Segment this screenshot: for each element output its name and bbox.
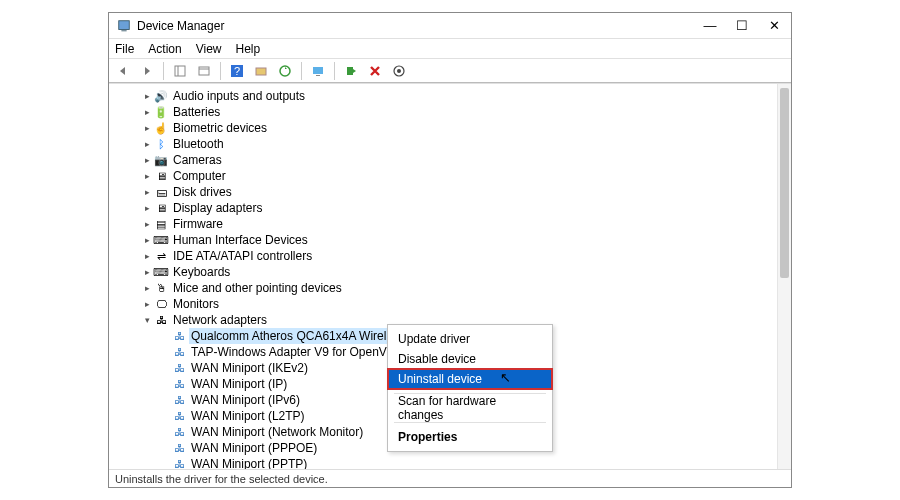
device-category-icon: 🔊 [153, 89, 169, 103]
tree-item-label: Human Interface Devices [171, 232, 310, 248]
tree-item-label: WAN Miniport (Network Monitor) [189, 424, 365, 440]
maximize-button[interactable]: ☐ [735, 19, 749, 33]
svg-rect-11 [316, 75, 320, 76]
window-title: Device Manager [137, 19, 703, 33]
vertical-scrollbar[interactable] [777, 84, 791, 469]
device-category-icon: ⇌ [153, 249, 169, 263]
expand-arrow-icon[interactable]: ▸ [141, 200, 153, 216]
tree-item-label: TAP-Windows Adapter V9 for OpenVPN [189, 344, 406, 360]
show-hide-tree-button[interactable] [170, 61, 190, 81]
svg-rect-4 [199, 67, 209, 75]
svg-point-14 [397, 69, 401, 73]
expand-arrow-icon[interactable]: ▸ [141, 232, 153, 248]
update-driver-toolbar-button[interactable] [275, 61, 295, 81]
expand-arrow-icon[interactable]: ▸ [141, 152, 153, 168]
expand-arrow-icon[interactable]: ▸ [141, 184, 153, 200]
device-category-icon: 🖧 [171, 377, 187, 391]
tree-category[interactable]: ▸🖴Disk drives [113, 184, 791, 200]
device-category-icon: 🖵 [153, 297, 169, 311]
scan-hardware-toolbar-button[interactable] [251, 61, 271, 81]
device-category-icon: 🔋 [153, 105, 169, 119]
tree-category[interactable]: ▸⌨Keyboards [113, 264, 791, 280]
expand-arrow-icon[interactable]: ▸ [141, 88, 153, 104]
tree-category[interactable]: ▸🔊Audio inputs and outputs [113, 88, 791, 104]
expand-arrow-icon[interactable]: ▸ [141, 104, 153, 120]
tree-category[interactable]: ▸⌨Human Interface Devices [113, 232, 791, 248]
tree-item-label: Firmware [171, 216, 225, 232]
context-separator [394, 422, 546, 423]
help-toolbar-button[interactable]: ? [227, 61, 247, 81]
tree-category[interactable]: ▸▤Firmware [113, 216, 791, 232]
svg-text:?: ? [234, 65, 240, 77]
statusbar: Uninstalls the driver for the selected d… [109, 469, 791, 487]
tree-item-label: WAN Miniport (IPv6) [189, 392, 302, 408]
device-category-icon: 🖧 [171, 345, 187, 359]
monitor-toolbar-button[interactable] [308, 61, 328, 81]
tree-category[interactable]: ▸🖵Monitors [113, 296, 791, 312]
tree-category[interactable]: ▸☝Biometric devices [113, 120, 791, 136]
tree-category[interactable]: ▸⇌IDE ATA/ATAPI controllers [113, 248, 791, 264]
expand-arrow-icon[interactable]: ▾ [141, 312, 153, 328]
minimize-button[interactable]: ― [703, 19, 717, 33]
device-category-icon: 🖥 [153, 169, 169, 183]
svg-rect-1 [121, 30, 126, 31]
forward-button[interactable] [137, 61, 157, 81]
device-category-icon: 🖧 [153, 313, 169, 327]
context-disable-device[interactable]: Disable device [388, 349, 552, 369]
menu-view[interactable]: View [196, 42, 222, 56]
back-button[interactable] [113, 61, 133, 81]
tree-category[interactable]: ▸🖥Computer [113, 168, 791, 184]
enable-device-toolbar-button[interactable] [341, 61, 361, 81]
device-category-icon: 🖥 [153, 201, 169, 215]
expand-arrow-icon[interactable]: ▸ [141, 136, 153, 152]
tree-item-label: WAN Miniport (IP) [189, 376, 289, 392]
expand-arrow-icon[interactable]: ▸ [141, 216, 153, 232]
expand-arrow-icon[interactable]: ▸ [141, 248, 153, 264]
device-category-icon: 🖧 [171, 441, 187, 455]
menu-file[interactable]: File [115, 42, 134, 56]
tree-item-label: Computer [171, 168, 228, 184]
menu-action[interactable]: Action [148, 42, 181, 56]
svg-rect-10 [313, 67, 323, 74]
tree-item-label: Keyboards [171, 264, 232, 280]
svg-rect-2 [175, 66, 185, 76]
tree-item-label: Network adapters [171, 312, 269, 328]
device-category-icon: ᛒ [153, 137, 169, 151]
uninstall-device-toolbar-button[interactable] [365, 61, 385, 81]
properties-toolbar-button[interactable] [194, 61, 214, 81]
context-menu: Update driver Disable device Uninstall d… [387, 324, 553, 452]
tree-category[interactable]: ▸🖱Mice and other pointing devices [113, 280, 791, 296]
menubar: File Action View Help [109, 39, 791, 59]
tree-category[interactable]: ▸📷Cameras [113, 152, 791, 168]
tree-item-label: Display adapters [171, 200, 264, 216]
context-update-driver[interactable]: Update driver [388, 329, 552, 349]
context-scan-hardware[interactable]: Scan for hardware changes [388, 398, 552, 418]
tree-item-label: WAN Miniport (PPTP) [189, 456, 309, 469]
expand-arrow-icon[interactable]: ▸ [141, 280, 153, 296]
svg-rect-0 [119, 20, 130, 29]
expand-arrow-icon[interactable]: ▸ [141, 296, 153, 312]
context-uninstall-device[interactable]: Uninstall device [388, 369, 552, 389]
device-category-icon: 🖧 [171, 409, 187, 423]
tree-device[interactable]: 🖧WAN Miniport (PPTP) [113, 456, 791, 469]
device-category-icon: 🖱 [153, 281, 169, 295]
expand-arrow-icon[interactable]: ▸ [141, 120, 153, 136]
menu-help[interactable]: Help [236, 42, 261, 56]
close-button[interactable]: ✕ [767, 19, 781, 33]
titlebar: Device Manager ― ☐ ✕ [109, 13, 791, 39]
scrollbar-thumb[interactable] [780, 88, 789, 278]
toolbar: ? [109, 59, 791, 83]
tree-category[interactable]: ▸ᛒBluetooth [113, 136, 791, 152]
tree-category[interactable]: ▸🖥Display adapters [113, 200, 791, 216]
disable-device-toolbar-button[interactable] [389, 61, 409, 81]
device-category-icon: 🖧 [171, 393, 187, 407]
expand-arrow-icon[interactable]: ▸ [141, 264, 153, 280]
tree-item-label: Mice and other pointing devices [171, 280, 344, 296]
device-category-icon: 📷 [153, 153, 169, 167]
tree-category[interactable]: ▸🔋Batteries [113, 104, 791, 120]
tree-item-label: Bluetooth [171, 136, 226, 152]
context-properties[interactable]: Properties [388, 427, 552, 447]
tree-item-label: Disk drives [171, 184, 234, 200]
device-category-icon: 🖧 [171, 361, 187, 375]
expand-arrow-icon[interactable]: ▸ [141, 168, 153, 184]
